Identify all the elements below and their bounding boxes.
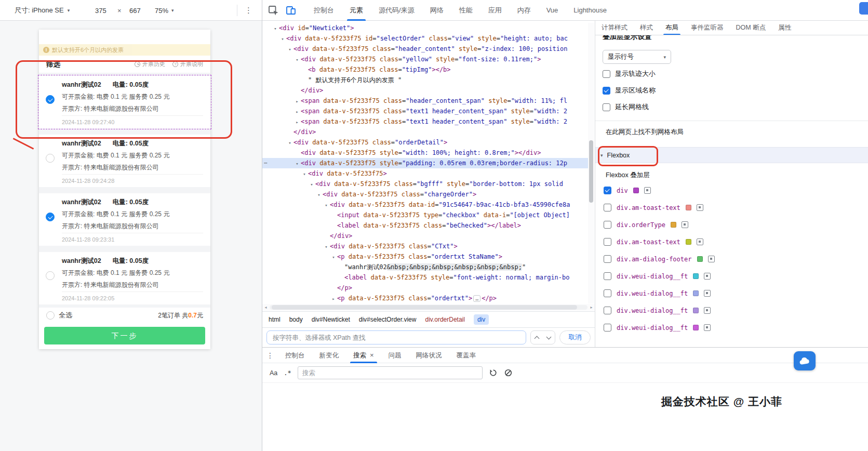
invoice-help-link[interactable]: ?开票说明 (172, 60, 203, 68)
overlay-element-label[interactable]: div (617, 187, 628, 194)
overlay-element-label[interactable]: div.am-toast-text (617, 238, 680, 246)
tree-collapse-icon[interactable]: ▾ (286, 138, 293, 148)
dom-tree-row[interactable]: ▾<div data-v-5f233f75 class="orderDetail… (262, 137, 589, 148)
dom-tree-row[interactable]: "wanhr测试02&nbsp;&nbsp;&nbsp;&nbsp;&nbsp;… (262, 262, 589, 272)
dom-tree-row[interactable]: ▸<span data-v-5f233f75 class="text1 head… (262, 106, 589, 116)
vertical-scrollbar[interactable] (588, 23, 594, 303)
scrollbar-track[interactable] (270, 305, 587, 310)
scrollbar-thumb[interactable] (589, 140, 593, 203)
dom-tree-row[interactable]: ▾<div id="Newticket"> (262, 23, 589, 33)
reveal-element-icon[interactable] (704, 273, 711, 280)
reveal-element-icon[interactable] (697, 238, 703, 245)
devtools-tab-6[interactable]: 内存 (510, 0, 539, 21)
devtools-tab-7[interactable]: Vue (539, 0, 566, 21)
match-case-button[interactable]: Aa (270, 369, 277, 377)
overlay-element-label[interactable]: div.am-dialog-footer (617, 256, 692, 263)
dom-tree-row[interactable]: ▾<div data-v-5f233f75 class="chargeOrder… (262, 189, 589, 200)
tree-collapse-icon[interactable]: ▾ (323, 242, 330, 252)
reveal-element-icon[interactable] (644, 187, 651, 194)
devtools-tab-5[interactable]: 应用 (480, 0, 510, 21)
drawer-search-input[interactable] (298, 366, 483, 379)
breadcrumb-item-3[interactable]: div#selectOrder.view (359, 316, 417, 323)
overlay-checkbox[interactable] (604, 187, 611, 194)
clear-results-icon[interactable] (504, 368, 513, 377)
overlay-element-label[interactable]: div.weui-dialog__ft (617, 273, 688, 280)
tree-collapse-icon[interactable]: ▾ (293, 55, 301, 65)
breadcrumb-item-4[interactable]: div.orderDetail (425, 316, 464, 323)
dom-tree-row[interactable]: ▾<p data-v-5f233f75 class="ordertxt StaN… (262, 251, 589, 262)
dom-tree-row[interactable]: ▸<span data-v-5f233f75 class="text1 head… (262, 116, 589, 127)
drawer-menu-button[interactable]: ⋮ (262, 351, 278, 360)
devtools-tab-8[interactable]: Lighthouse (566, 0, 615, 21)
devtools-tab-1[interactable]: 元素 (342, 0, 371, 21)
tree-expand-icon[interactable]: ▸ (293, 96, 301, 107)
sidebar-tab-4[interactable]: DOM 断点 (730, 21, 772, 35)
device-type-select[interactable]: 尺寸: iPhone SE▾ (15, 6, 70, 15)
grid-option-checkbox[interactable] (603, 87, 610, 95)
dom-tree-row[interactable]: ▾<div data-v-5f233f75> (262, 168, 589, 179)
order-card[interactable]: wanhr测试02电量: 0.05度可开票金额: 电费 0.1 元 服务费 0.… (39, 135, 210, 187)
scroll-right-icon[interactable]: ▸ (588, 305, 595, 310)
select-all-radio[interactable]: 全选 (46, 311, 72, 320)
drawer-tab-3[interactable]: 问题 (381, 348, 409, 363)
drawer-tab-5[interactable]: 覆盖率 (449, 348, 484, 363)
devtools-tab-3[interactable]: 网络 (422, 0, 451, 21)
breadcrumb-item-5[interactable]: div (474, 314, 489, 325)
reveal-element-icon[interactable] (697, 204, 703, 211)
reveal-element-icon[interactable] (704, 307, 711, 314)
overlay-checkbox[interactable] (604, 307, 611, 314)
device-width-input[interactable]: 375 (95, 6, 106, 14)
close-tab-icon[interactable]: × (370, 348, 374, 363)
device-zoom-select[interactable]: 75%▾ (155, 6, 174, 14)
overlay-checkbox[interactable] (604, 221, 611, 229)
overlay-element-label[interactable]: div.weui-dialog__ft (617, 324, 688, 331)
sidebar-tab-2[interactable]: 布局 (659, 21, 685, 35)
overlay-checkbox[interactable] (604, 255, 611, 263)
order-card[interactable]: wanhr测试02电量: 0.05度可开票金额: 电费 0.1 元 服务费 0.… (39, 76, 210, 128)
tree-collapse-icon[interactable]: ▾ (279, 34, 286, 44)
order-radio[interactable] (46, 213, 55, 221)
cloud-extension-button[interactable] (794, 351, 816, 370)
dom-tree-row[interactable]: ▾<div data-v-5f233f75 class="yellow" sty… (262, 54, 589, 64)
find-cancel-button[interactable]: 取消 (559, 330, 591, 344)
sidebar-tab-5[interactable]: 属性 (772, 21, 797, 35)
overlay-checkbox[interactable] (604, 289, 611, 297)
flexbox-section-header[interactable]: ▾Flexbox (595, 147, 868, 163)
dom-tree-row[interactable]: <input data-v-5f233f75 type="checkbox" d… (262, 210, 589, 220)
dom-tree-row[interactable]: ▾<div data-v-5f233f75 class="header_cont… (262, 44, 589, 54)
find-next-button[interactable] (546, 334, 552, 339)
reveal-element-icon[interactable] (704, 290, 711, 297)
dom-tree-row[interactable]: " 默认支持开6个月以内的发票 " (262, 75, 589, 85)
order-radio[interactable] (46, 271, 55, 280)
overlay-element-label[interactable]: div.weui-dialog__ft (617, 307, 688, 314)
sidebar-tab-1[interactable]: 样式 (634, 21, 659, 35)
tree-expand-icon[interactable]: ▸ (293, 107, 301, 117)
refresh-icon[interactable] (489, 368, 498, 377)
dom-tree-row[interactable]: ▾<div data-v-5f233f75 id="selectOrder" c… (262, 33, 589, 44)
scroll-left-icon[interactable]: ◂ (262, 305, 269, 310)
tree-expand-icon[interactable]: ▸ (293, 117, 301, 127)
drawer-tab-4[interactable]: 网络状况 (409, 348, 449, 363)
order-card[interactable]: wanhr测试02电量: 0.05度可开票金额: 电费 0.1 元 服务费 0.… (39, 193, 210, 246)
breadcrumb-item-0[interactable]: html (269, 316, 281, 323)
overlay-element-label[interactable]: div.weui-dialog__ft (617, 290, 688, 297)
devtools-tab-4[interactable]: 性能 (451, 0, 480, 21)
tree-collapse-icon[interactable]: ▾ (330, 252, 337, 262)
drawer-tab-1[interactable]: 新变化 (312, 348, 346, 363)
overlay-checkbox[interactable] (604, 324, 611, 331)
dom-tree-row[interactable]: ▸<span data-v-5f233f75 class="header_con… (262, 96, 589, 106)
breadcrumb-item-1[interactable]: body (289, 316, 303, 323)
tree-collapse-icon[interactable]: ▾ (272, 23, 279, 34)
dom-tree-row[interactable]: <label data-v-5f233f75 style="font-weigh… (262, 272, 589, 283)
horizontal-scrollbar[interactable]: ◂ ▸ (262, 304, 595, 311)
grid-row-display-select[interactable]: 显示行号▾ (603, 50, 671, 64)
grid-option-checkbox[interactable] (603, 103, 610, 111)
order-card[interactable]: wanhr测试02电量: 0.05度可开票金额: 电费 0.1 元 服务费 0.… (39, 252, 210, 304)
dom-tree-row[interactable]: ⋯▾<div data-v-5f233f75 style="padding: 0… (262, 158, 589, 168)
grid-option-checkbox[interactable] (603, 70, 610, 78)
dom-tree-row[interactable]: ▸<p data-v-5f233f75 class="ordertxt">…</… (262, 293, 589, 303)
order-radio[interactable] (46, 154, 55, 163)
dom-tree-row[interactable]: ▾<div data-v-5f233f75 class="CTxt"> (262, 241, 589, 251)
overlay-element-label[interactable]: div.orderType (617, 221, 665, 229)
overlay-checkbox[interactable] (604, 272, 611, 280)
